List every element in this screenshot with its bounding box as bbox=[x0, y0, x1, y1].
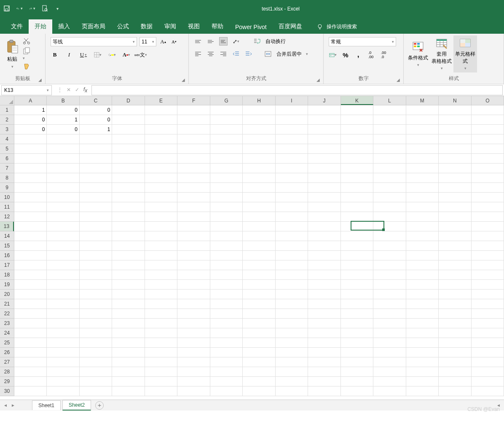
cell[interactable] bbox=[14, 212, 47, 222]
cell[interactable] bbox=[47, 183, 79, 193]
cell[interactable] bbox=[243, 338, 275, 348]
cell[interactable] bbox=[177, 134, 210, 144]
cell[interactable] bbox=[439, 164, 471, 173]
column-header[interactable]: F bbox=[177, 96, 210, 105]
cell[interactable] bbox=[14, 299, 47, 309]
cell[interactable] bbox=[406, 212, 439, 222]
cancel-icon[interactable]: ✕ bbox=[67, 87, 71, 93]
cell[interactable] bbox=[210, 386, 243, 396]
cell[interactable] bbox=[80, 270, 112, 280]
row-header[interactable]: 1 bbox=[0, 105, 14, 115]
cell[interactable] bbox=[80, 134, 112, 144]
cell[interactable] bbox=[406, 386, 439, 396]
cell[interactable] bbox=[47, 164, 79, 173]
cell[interactable] bbox=[112, 134, 145, 144]
row-header[interactable]: 24 bbox=[0, 328, 14, 338]
cell[interactable] bbox=[80, 357, 112, 367]
cell[interactable] bbox=[47, 212, 79, 222]
cell[interactable] bbox=[276, 202, 308, 212]
cell[interactable] bbox=[243, 319, 275, 328]
column-header[interactable]: A bbox=[14, 96, 47, 105]
cell[interactable] bbox=[177, 309, 210, 319]
cell[interactable] bbox=[243, 173, 275, 183]
row-header[interactable]: 12 bbox=[0, 212, 14, 222]
cell[interactable] bbox=[14, 270, 47, 280]
underline-button[interactable]: U▾ bbox=[79, 51, 88, 59]
cell[interactable] bbox=[276, 222, 308, 231]
cell[interactable] bbox=[177, 290, 210, 299]
row-header[interactable]: 22 bbox=[0, 309, 14, 319]
cell[interactable] bbox=[14, 386, 47, 396]
cell[interactable] bbox=[145, 231, 177, 241]
sheet-tab[interactable]: Sheet1 bbox=[32, 400, 61, 410]
orientation-icon[interactable]: ⤢▾ bbox=[232, 37, 240, 46]
column-header[interactable]: M bbox=[406, 96, 439, 105]
cell[interactable] bbox=[341, 386, 373, 396]
cell[interactable] bbox=[276, 164, 308, 173]
cell[interactable] bbox=[341, 193, 373, 202]
cell[interactable] bbox=[14, 280, 47, 290]
cell[interactable] bbox=[112, 328, 145, 338]
cell[interactable] bbox=[341, 270, 373, 280]
cell[interactable] bbox=[177, 338, 210, 348]
cell[interactable] bbox=[112, 290, 145, 299]
cell[interactable] bbox=[14, 173, 47, 183]
align-bottom-icon[interactable] bbox=[219, 37, 228, 46]
cell[interactable] bbox=[210, 377, 243, 386]
cell[interactable] bbox=[373, 251, 406, 260]
cell[interactable] bbox=[47, 299, 79, 309]
dialog-launcher-icon[interactable]: ◢ bbox=[38, 78, 42, 82]
cell[interactable] bbox=[276, 319, 308, 328]
cell[interactable] bbox=[276, 348, 308, 357]
column-header[interactable]: L bbox=[373, 96, 406, 105]
align-middle-icon[interactable] bbox=[206, 37, 215, 46]
cell[interactable] bbox=[276, 193, 308, 202]
cell[interactable] bbox=[80, 367, 112, 377]
cell[interactable] bbox=[177, 173, 210, 183]
cell[interactable] bbox=[472, 338, 504, 348]
cell[interactable] bbox=[308, 348, 340, 357]
fx-icon[interactable]: fx bbox=[83, 86, 87, 94]
tab-view[interactable]: 视图 bbox=[182, 19, 206, 34]
cell[interactable] bbox=[406, 309, 439, 319]
cell[interactable] bbox=[243, 202, 275, 212]
cell[interactable] bbox=[406, 134, 439, 144]
cell[interactable] bbox=[472, 386, 504, 396]
row-header[interactable]: 21 bbox=[0, 299, 14, 309]
cell[interactable] bbox=[145, 319, 177, 328]
cell[interactable] bbox=[210, 202, 243, 212]
cell[interactable] bbox=[145, 164, 177, 173]
cell[interactable] bbox=[406, 193, 439, 202]
cell[interactable] bbox=[439, 241, 471, 251]
cell[interactable] bbox=[373, 260, 406, 270]
cell[interactable] bbox=[406, 173, 439, 183]
row-header[interactable]: 10 bbox=[0, 193, 14, 202]
cell[interactable] bbox=[14, 164, 47, 173]
cell[interactable] bbox=[112, 222, 145, 231]
cell[interactable] bbox=[112, 183, 145, 193]
cell[interactable] bbox=[243, 125, 275, 134]
cell[interactable] bbox=[472, 193, 504, 202]
cell[interactable] bbox=[373, 319, 406, 328]
cell[interactable] bbox=[210, 105, 243, 115]
cell[interactable] bbox=[439, 270, 471, 280]
cell[interactable] bbox=[243, 280, 275, 290]
cell[interactable] bbox=[439, 319, 471, 328]
cell[interactable] bbox=[47, 290, 79, 299]
cell[interactable] bbox=[406, 319, 439, 328]
row-header[interactable]: 30 bbox=[0, 386, 14, 396]
cell[interactable] bbox=[177, 125, 210, 134]
cell[interactable] bbox=[472, 319, 504, 328]
cell[interactable] bbox=[112, 251, 145, 260]
increase-font-icon[interactable]: A▴ bbox=[159, 38, 167, 46]
cell[interactable] bbox=[276, 115, 308, 125]
cell[interactable] bbox=[341, 299, 373, 309]
cell[interactable] bbox=[276, 299, 308, 309]
cell[interactable] bbox=[177, 367, 210, 377]
cell[interactable] bbox=[210, 183, 243, 193]
cell[interactable] bbox=[210, 144, 243, 154]
cell[interactable] bbox=[341, 309, 373, 319]
chevron-down-icon[interactable]: ▾ bbox=[306, 52, 308, 56]
row-header[interactable]: 16 bbox=[0, 251, 14, 260]
cell[interactable] bbox=[145, 202, 177, 212]
